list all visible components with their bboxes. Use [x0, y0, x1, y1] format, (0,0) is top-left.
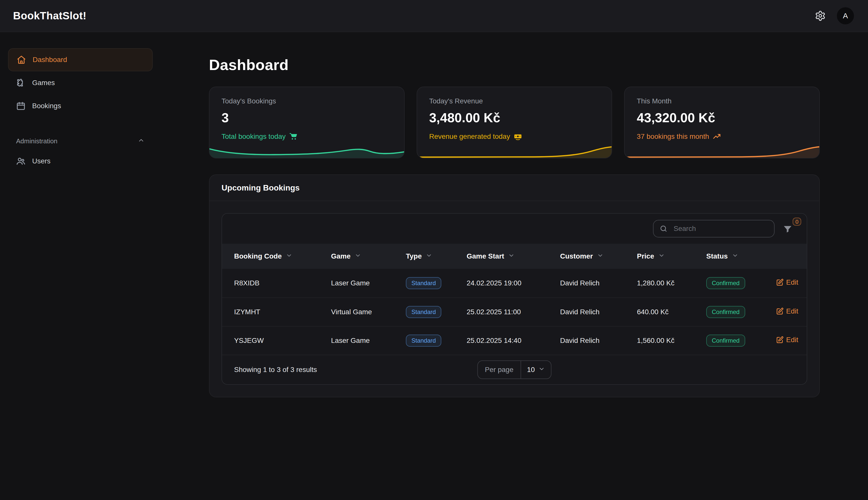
per-page-select[interactable]: 10: [521, 361, 551, 378]
cell-type: Standard: [406, 334, 467, 347]
sidebar-item-bookings[interactable]: Bookings: [8, 94, 153, 117]
edit-button-label: Edit: [786, 307, 798, 315]
stat-subtext-label: Revenue generated today: [429, 133, 510, 140]
stat-value: 43,320.00 Kč: [637, 110, 807, 125]
cell-actions: Edit: [776, 336, 799, 345]
chevron-down-icon: [355, 252, 361, 261]
chevron-down-icon: [426, 252, 432, 261]
column-header-label: Customer: [560, 252, 593, 260]
main-content: Dashboard Today's Bookings 3 Total booki…: [161, 32, 868, 500]
cell-status: Confirmed: [706, 334, 776, 347]
bookings-table-card: 0 Booking Code Game Type Game Start Cus: [222, 213, 807, 385]
stat-card-todays-revenue: Today's Revenue 3,480.00 Kč Revenue gene…: [417, 87, 612, 158]
type-badge: Standard: [406, 306, 441, 318]
table-body: R8XIDB Laser Game Standard 24.02.2025 19…: [222, 269, 807, 355]
cell-status: Confirmed: [706, 306, 776, 318]
users-icon: [16, 156, 26, 166]
upcoming-bookings-panel: Upcoming Bookings: [209, 174, 820, 397]
cell-customer: David Relich: [560, 279, 637, 287]
bookings-sparkline: [210, 146, 404, 158]
cell-customer: David Relich: [560, 308, 637, 316]
chevron-down-icon: [658, 252, 665, 261]
results-summary: Showing 1 to 3 of 3 results: [234, 366, 317, 374]
filter-count-badge: 0: [793, 218, 801, 226]
column-header-label: Booking Code: [234, 252, 282, 260]
search-box[interactable]: [653, 220, 775, 237]
cell-game: Virtual Game: [331, 308, 406, 316]
sidebar-item-label: Bookings: [32, 102, 61, 110]
section-label: Administration: [16, 137, 57, 145]
stat-label: This Month: [637, 97, 807, 105]
panel-header: Upcoming Bookings: [210, 175, 819, 201]
stat-card-this-month: This Month 43,320.00 Kč 37 bookings this…: [624, 87, 820, 158]
cell-price: 1,280.00 Kč: [637, 279, 706, 287]
per-page-control[interactable]: Per page 10: [477, 361, 552, 379]
cell-game: Laser Game: [331, 279, 406, 287]
per-page-label: Per page: [478, 361, 521, 378]
month-sparkline: [625, 146, 819, 158]
column-header[interactable]: Game: [331, 252, 406, 261]
edit-pencil-icon: [776, 307, 783, 315]
column-header-label: Type: [406, 252, 422, 260]
stat-label: Today's Bookings: [222, 97, 392, 105]
per-page-value: 10: [527, 366, 535, 374]
cell-game-start: 25.02.2025 11:00: [467, 308, 560, 316]
edit-button-label: Edit: [786, 279, 798, 286]
column-header[interactable]: Status: [706, 252, 776, 261]
cell-actions: Edit: [776, 279, 799, 288]
table-header-row: Booking Code Game Type Game Start Custom…: [222, 244, 807, 269]
column-header-label: Price: [637, 252, 654, 260]
table-footer: Showing 1 to 3 of 3 results Per page 10: [222, 355, 807, 384]
avatar[interactable]: A: [837, 7, 854, 24]
cell-type: Standard: [406, 306, 467, 318]
panel-body: 0 Booking Code Game Type Game Start Cus: [210, 201, 819, 397]
stat-cards: Today's Bookings 3 Total bookings today: [209, 87, 820, 158]
column-header[interactable]: Booking Code: [234, 252, 331, 261]
sidebar-item-dashboard[interactable]: Dashboard: [8, 48, 153, 71]
status-badge: Confirmed: [706, 334, 745, 347]
edit-button[interactable]: Edit: [776, 336, 798, 344]
stat-card-todays-bookings: Today's Bookings 3 Total bookings today: [209, 87, 404, 158]
type-badge: Standard: [406, 277, 441, 289]
header-actions: A: [814, 7, 854, 24]
home-icon: [16, 55, 26, 65]
type-badge: Standard: [406, 334, 441, 347]
cell-status: Confirmed: [706, 277, 776, 289]
shopping-cart-icon: [289, 132, 298, 141]
cell-game-start: 24.02.2025 19:00: [467, 279, 560, 287]
cell-price: 640.00 Kč: [637, 308, 706, 316]
stat-subtext: Total bookings today: [222, 132, 392, 141]
chevron-down-icon: [538, 366, 545, 374]
stat-value: 3,480.00 Kč: [429, 110, 600, 125]
edit-button[interactable]: Edit: [776, 307, 798, 315]
cell-game: Laser Game: [331, 337, 406, 345]
calendar-icon: [16, 101, 26, 111]
trending-up-icon: [713, 132, 721, 141]
puzzle-icon: [16, 78, 26, 88]
edit-button-label: Edit: [786, 336, 798, 344]
sidebar-section-administration[interactable]: Administration: [8, 133, 153, 150]
settings-gear-icon: [815, 10, 826, 21]
stat-label: Today's Revenue: [429, 97, 600, 105]
column-header[interactable]: Game Start: [467, 252, 560, 261]
chevron-down-icon: [286, 252, 292, 261]
banknote-icon: [514, 132, 522, 141]
settings-button[interactable]: [814, 9, 827, 22]
column-header[interactable]: Price: [637, 252, 706, 261]
search-icon: [659, 225, 668, 233]
chevron-down-icon: [508, 252, 515, 261]
column-header[interactable]: Type: [406, 252, 467, 261]
column-header[interactable]: Customer: [560, 252, 637, 261]
edit-button[interactable]: Edit: [776, 279, 798, 286]
cell-price: 1,560.00 Kč: [637, 337, 706, 345]
sidebar-item-games[interactable]: Games: [8, 71, 153, 94]
filter-button[interactable]: 0: [782, 221, 796, 236]
stat-subtext-label: 37 bookings this month: [637, 133, 709, 140]
status-badge: Confirmed: [706, 277, 745, 289]
edit-pencil-icon: [776, 279, 783, 286]
column-header-label: Game Start: [467, 252, 504, 260]
search-input[interactable]: [672, 224, 768, 233]
sidebar-item-users[interactable]: Users: [8, 150, 153, 173]
panel-title: Upcoming Bookings: [222, 183, 300, 193]
table-row: YSJEGW Laser Game Standard 25.02.2025 14…: [222, 326, 807, 355]
